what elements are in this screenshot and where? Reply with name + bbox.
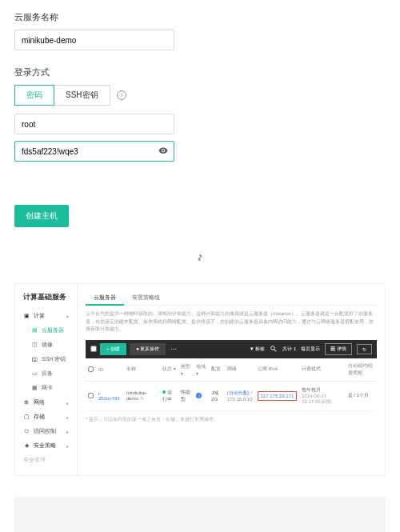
type-cell: 性能型 [178, 381, 194, 410]
th-type: 类型 ▾ [178, 358, 194, 382]
device-icon: ▭ [31, 370, 38, 377]
link-icon[interactable] [195, 254, 205, 264]
sidebar-network[interactable]: ⊕网络▸ [15, 395, 77, 410]
table-row[interactable]: i-352on793 minikube-demo✎ 运行中 性能型 i J域2G… [86, 381, 377, 410]
refresh-button[interactable]: ↻ [357, 344, 372, 354]
instance-name: minikube-demo [126, 390, 147, 401]
create-button[interactable]: 创建主机 [14, 205, 69, 227]
instance-table: ID 名称 状态 ▾ 类型 ▾ 地域 ▾ 配置 网络 公网 IPv4 计费模式 … [86, 358, 377, 411]
server-icon: ▤ [31, 327, 38, 334]
sidebar: 计算基础服务 ▣计算▾ ▤云服务器 ◫镜像 ⚿SSH 密钥 ▭设备 ▦网卡 ⊕网… [15, 284, 78, 475]
user-input[interactable] [14, 114, 174, 134]
status-dot [162, 390, 166, 394]
sidebar-item-nic[interactable]: ▦网卡 [15, 381, 77, 395]
sidebar-access[interactable]: ⚇访问控制▸ [15, 424, 77, 438]
nic-icon: ▦ [31, 385, 38, 391]
sidebar-item-ssh[interactable]: ⚿SSH 密钥 [15, 352, 77, 366]
description: 云平台为您提供一种随时获取的、弹性的计算能力。这种计算能力的体现就是云服务器（I… [86, 310, 377, 334]
info-icon[interactable]: i [196, 393, 202, 398]
net-icon: ⊕ [23, 399, 30, 406]
help-icon[interactable]: ? [117, 90, 126, 100]
sidebar-item-device[interactable]: ▭设备 [15, 366, 77, 381]
th-net: 网络 [225, 358, 255, 382]
dashboard: 计算基础服务 ▣计算▾ ▤云服务器 ◫镜像 ⚿SSH 密钥 ▭设备 ▦网卡 ⊕网… [14, 283, 386, 476]
net-cell: (自动分配) /172.16.0.10 [225, 381, 255, 410]
tab-password[interactable]: 密码 [14, 85, 54, 106]
hint-text: * 提示：可以在列表的某一项上点击「右键」来进行常用操作。 [86, 416, 377, 423]
key-icon: ⚿ [31, 356, 38, 362]
main-tab-servers[interactable]: 云服务器 [86, 290, 124, 305]
instance-id[interactable]: i-352on793 [98, 391, 120, 401]
main-panel: 云服务器 安置策略组 云平台为您提供一种随时获取的、弹性的计算能力。这种计算能力… [78, 284, 385, 475]
select-all-checkbox[interactable] [90, 346, 97, 352]
th-status: 状态 ▾ [160, 358, 178, 382]
search-icon[interactable] [270, 345, 278, 353]
row-checkbox[interactable] [88, 393, 94, 398]
th-auto: 自动续约/续费周期 [346, 358, 377, 382]
th-name: 名称 [124, 358, 160, 382]
shield-icon: ◈ [23, 442, 30, 449]
bill-cell: 包年包月2024-06-23 12:17:00 到期 [299, 381, 345, 410]
public-ip[interactable]: 117.175.23.171 [258, 391, 298, 401]
auto-cell: 是 / 1个月 [346, 381, 377, 410]
row-select-all[interactable] [88, 366, 94, 372]
side-title: 计算基础服务 [15, 292, 77, 309]
create-mini-button[interactable]: + 创建 [100, 343, 126, 355]
region-cell: J域2G [209, 381, 225, 410]
th-conf: 配置 [209, 358, 225, 382]
sidebar-compute[interactable]: ▣计算▾ [15, 309, 77, 323]
sidebar-item-image[interactable]: ◫镜像 [15, 338, 77, 352]
compute-icon: ▣ [23, 313, 30, 319]
sidebar-item-cloud[interactable]: ▤云服务器 [15, 323, 77, 338]
sidebar-secmgmt[interactable]: 安全管理 [15, 453, 77, 467]
placeholder-block [14, 497, 386, 532]
sidebar-storage[interactable]: ▢存储▸ [15, 410, 77, 424]
pagesize-label: 每页显示 [301, 346, 320, 353]
more-actions-button[interactable]: ● 更多操作 [130, 343, 166, 355]
name-label: 云服务名称 [14, 11, 386, 23]
sidebar-secpolicy[interactable]: ◈安全策略▸ [15, 438, 77, 453]
main-tab-placement[interactable]: 安置策略组 [124, 290, 168, 305]
th-id: ID [96, 358, 124, 382]
lock-icon: ⚇ [23, 428, 30, 434]
toolbar: + 创建 ● 更多操作 ⋯ ▼ 标签 共计 1 每页显示 ☰ 详情 ↻ [86, 340, 377, 358]
count-label: 共计 1 [282, 346, 296, 353]
th-bill: 计费模式 [299, 358, 345, 382]
detail-button[interactable]: ☰ 详情 [325, 343, 352, 355]
tab-sshkey[interactable]: SSH密钥 [54, 85, 110, 106]
image-icon: ◫ [31, 342, 38, 348]
more-icon[interactable]: ⋯ [170, 346, 177, 353]
login-label: 登录方式 [14, 66, 386, 78]
password-input[interactable] [14, 141, 174, 162]
th-ip: 公网 IPv4 [255, 358, 300, 382]
edit-icon[interactable]: ✎ [140, 396, 144, 401]
name-input[interactable] [14, 30, 174, 50]
filter-label[interactable]: ▼ 标签 [250, 346, 266, 353]
th-region: 地域 ▾ [194, 358, 209, 382]
store-icon: ▢ [23, 414, 30, 420]
eye-icon[interactable] [158, 146, 168, 157]
